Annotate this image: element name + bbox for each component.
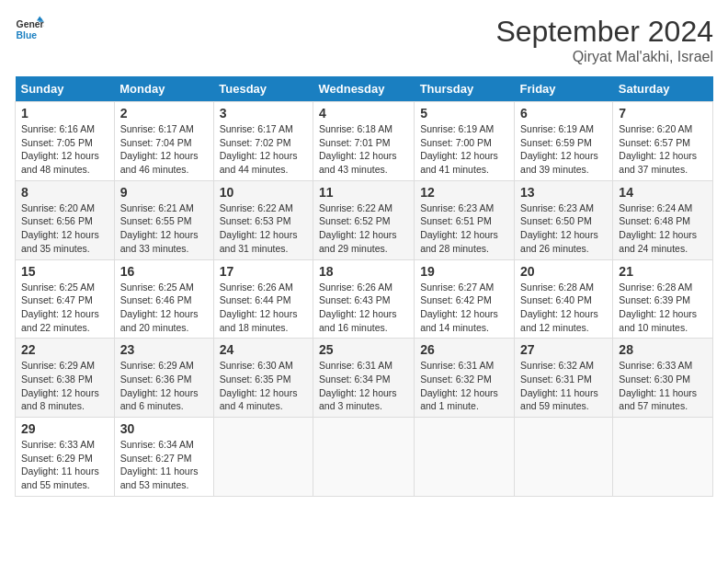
- day-info: Sunrise: 6:28 AM Sunset: 6:39 PM Dayligh…: [619, 281, 707, 335]
- day-info: Sunrise: 6:30 AM Sunset: 6:35 PM Dayligh…: [220, 359, 307, 413]
- title-block: September 2024 Qiryat Mal'akhi, Israel: [495, 15, 713, 65]
- day-info: Sunrise: 6:18 AM Sunset: 7:01 PM Dayligh…: [319, 122, 408, 177]
- calendar-week-3: 15Sunrise: 6:25 AM Sunset: 6:47 PM Dayli…: [16, 259, 713, 339]
- calendar-cell: 28Sunrise: 6:33 AM Sunset: 6:30 PM Dayli…: [613, 339, 713, 418]
- day-info: Sunrise: 6:19 AM Sunset: 6:59 PM Dayligh…: [520, 122, 607, 177]
- day-info: Sunrise: 6:22 AM Sunset: 6:53 PM Dayligh…: [220, 201, 307, 256]
- day-info: Sunrise: 6:29 AM Sunset: 6:38 PM Dayligh…: [21, 359, 108, 413]
- day-info: Sunrise: 6:31 AM Sunset: 6:32 PM Dayligh…: [420, 359, 508, 413]
- day-info: Sunrise: 6:16 AM Sunset: 7:05 PM Dayligh…: [21, 122, 108, 177]
- calendar-cell: [213, 418, 313, 497]
- weekday-header-sunday: Sunday: [16, 76, 115, 102]
- day-number: 8: [21, 185, 108, 200]
- calendar-cell: 29Sunrise: 6:33 AM Sunset: 6:29 PM Dayli…: [16, 418, 115, 497]
- calendar-week-1: 1Sunrise: 6:16 AM Sunset: 7:05 PM Daylig…: [16, 102, 713, 181]
- day-info: Sunrise: 6:25 AM Sunset: 6:47 PM Dayligh…: [21, 281, 108, 335]
- day-number: 26: [420, 342, 508, 357]
- day-number: 17: [220, 264, 307, 279]
- calendar-cell: 16Sunrise: 6:25 AM Sunset: 6:46 PM Dayli…: [114, 259, 213, 339]
- calendar-cell: 22Sunrise: 6:29 AM Sunset: 6:38 PM Dayli…: [16, 339, 115, 418]
- day-number: 15: [21, 264, 108, 279]
- day-info: Sunrise: 6:19 AM Sunset: 7:00 PM Dayligh…: [420, 122, 508, 177]
- day-number: 21: [619, 264, 707, 279]
- calendar-cell: 10Sunrise: 6:22 AM Sunset: 6:53 PM Dayli…: [213, 180, 313, 259]
- calendar-cell: 11Sunrise: 6:22 AM Sunset: 6:52 PM Dayli…: [313, 180, 414, 259]
- day-info: Sunrise: 6:34 AM Sunset: 6:27 PM Dayligh…: [120, 438, 208, 492]
- calendar-cell: 1Sunrise: 6:16 AM Sunset: 7:05 PM Daylig…: [16, 102, 115, 181]
- day-info: Sunrise: 6:26 AM Sunset: 6:43 PM Dayligh…: [319, 281, 408, 335]
- day-number: 7: [619, 106, 707, 121]
- day-info: Sunrise: 6:23 AM Sunset: 6:50 PM Dayligh…: [520, 201, 607, 256]
- calendar-cell: 30Sunrise: 6:34 AM Sunset: 6:27 PM Dayli…: [114, 418, 213, 497]
- calendar-cell: [613, 418, 713, 497]
- day-info: Sunrise: 6:21 AM Sunset: 6:55 PM Dayligh…: [120, 201, 208, 256]
- day-number: 16: [120, 264, 208, 279]
- weekday-header-wednesday: Wednesday: [313, 76, 414, 102]
- calendar-week-4: 22Sunrise: 6:29 AM Sunset: 6:38 PM Dayli…: [16, 339, 713, 418]
- calendar-cell: [415, 418, 515, 497]
- calendar-cell: 5Sunrise: 6:19 AM Sunset: 7:00 PM Daylig…: [415, 102, 515, 181]
- calendar-cell: 26Sunrise: 6:31 AM Sunset: 6:32 PM Dayli…: [415, 339, 515, 418]
- day-info: Sunrise: 6:33 AM Sunset: 6:29 PM Dayligh…: [21, 438, 108, 492]
- calendar-cell: 13Sunrise: 6:23 AM Sunset: 6:50 PM Dayli…: [515, 180, 613, 259]
- calendar-cell: 6Sunrise: 6:19 AM Sunset: 6:59 PM Daylig…: [515, 102, 613, 181]
- month-title: September 2024: [495, 15, 713, 49]
- day-number: 11: [319, 185, 408, 200]
- location-subtitle: Qiryat Mal'akhi, Israel: [495, 49, 713, 65]
- page-header: General Blue September 2024 Qiryat Mal'a…: [15, 15, 713, 65]
- calendar-cell: 14Sunrise: 6:24 AM Sunset: 6:48 PM Dayli…: [613, 180, 713, 259]
- day-number: 5: [420, 106, 508, 121]
- day-info: Sunrise: 6:20 AM Sunset: 6:56 PM Dayligh…: [21, 201, 108, 256]
- day-number: 22: [21, 342, 108, 357]
- weekday-header-friday: Friday: [515, 76, 613, 102]
- logo: General Blue: [15, 15, 44, 44]
- weekday-header-monday: Monday: [114, 76, 213, 102]
- day-number: 28: [619, 342, 707, 357]
- calendar-cell: 4Sunrise: 6:18 AM Sunset: 7:01 PM Daylig…: [313, 102, 414, 181]
- calendar-cell: 15Sunrise: 6:25 AM Sunset: 6:47 PM Dayli…: [16, 259, 115, 339]
- day-info: Sunrise: 6:33 AM Sunset: 6:30 PM Dayligh…: [619, 359, 707, 413]
- calendar-cell: 8Sunrise: 6:20 AM Sunset: 6:56 PM Daylig…: [16, 180, 115, 259]
- day-number: 9: [120, 185, 208, 200]
- day-info: Sunrise: 6:22 AM Sunset: 6:52 PM Dayligh…: [319, 201, 408, 256]
- calendar-week-5: 29Sunrise: 6:33 AM Sunset: 6:29 PM Dayli…: [16, 418, 713, 497]
- day-info: Sunrise: 6:28 AM Sunset: 6:40 PM Dayligh…: [520, 281, 607, 335]
- calendar-week-2: 8Sunrise: 6:20 AM Sunset: 6:56 PM Daylig…: [16, 180, 713, 259]
- day-info: Sunrise: 6:27 AM Sunset: 6:42 PM Dayligh…: [420, 281, 508, 335]
- calendar-cell: 7Sunrise: 6:20 AM Sunset: 6:57 PM Daylig…: [613, 102, 713, 181]
- calendar-cell: 18Sunrise: 6:26 AM Sunset: 6:43 PM Dayli…: [313, 259, 414, 339]
- day-info: Sunrise: 6:17 AM Sunset: 7:02 PM Dayligh…: [220, 122, 307, 177]
- day-number: 14: [619, 185, 707, 200]
- day-number: 6: [520, 106, 607, 121]
- svg-text:Blue: Blue: [17, 30, 38, 40]
- weekday-header-tuesday: Tuesday: [213, 76, 313, 102]
- day-info: Sunrise: 6:23 AM Sunset: 6:51 PM Dayligh…: [420, 201, 508, 256]
- weekday-header-saturday: Saturday: [613, 76, 713, 102]
- calendar-cell: 17Sunrise: 6:26 AM Sunset: 6:44 PM Dayli…: [213, 259, 313, 339]
- day-number: 30: [120, 421, 208, 436]
- calendar-cell: 21Sunrise: 6:28 AM Sunset: 6:39 PM Dayli…: [613, 259, 713, 339]
- day-number: 27: [520, 342, 607, 357]
- calendar-cell: 24Sunrise: 6:30 AM Sunset: 6:35 PM Dayli…: [213, 339, 313, 418]
- calendar-cell: 9Sunrise: 6:21 AM Sunset: 6:55 PM Daylig…: [114, 180, 213, 259]
- day-number: 10: [220, 185, 307, 200]
- day-number: 18: [319, 264, 408, 279]
- calendar-cell: 19Sunrise: 6:27 AM Sunset: 6:42 PM Dayli…: [415, 259, 515, 339]
- day-info: Sunrise: 6:29 AM Sunset: 6:36 PM Dayligh…: [120, 359, 208, 413]
- calendar-cell: 12Sunrise: 6:23 AM Sunset: 6:51 PM Dayli…: [415, 180, 515, 259]
- day-number: 4: [319, 106, 408, 121]
- day-number: 20: [520, 264, 607, 279]
- calendar-table: SundayMondayTuesdayWednesdayThursdayFrid…: [15, 76, 713, 497]
- day-info: Sunrise: 6:17 AM Sunset: 7:04 PM Dayligh…: [120, 122, 208, 177]
- calendar-cell: 3Sunrise: 6:17 AM Sunset: 7:02 PM Daylig…: [213, 102, 313, 181]
- calendar-body: 1Sunrise: 6:16 AM Sunset: 7:05 PM Daylig…: [16, 102, 713, 497]
- day-number: 19: [420, 264, 508, 279]
- day-number: 23: [120, 342, 208, 357]
- day-number: 25: [319, 342, 408, 357]
- day-info: Sunrise: 6:31 AM Sunset: 6:34 PM Dayligh…: [319, 359, 408, 413]
- weekday-header-thursday: Thursday: [415, 76, 515, 102]
- calendar-cell: [515, 418, 613, 497]
- calendar-header-row: SundayMondayTuesdayWednesdayThursdayFrid…: [16, 76, 713, 102]
- day-number: 12: [420, 185, 508, 200]
- day-info: Sunrise: 6:20 AM Sunset: 6:57 PM Dayligh…: [619, 122, 707, 177]
